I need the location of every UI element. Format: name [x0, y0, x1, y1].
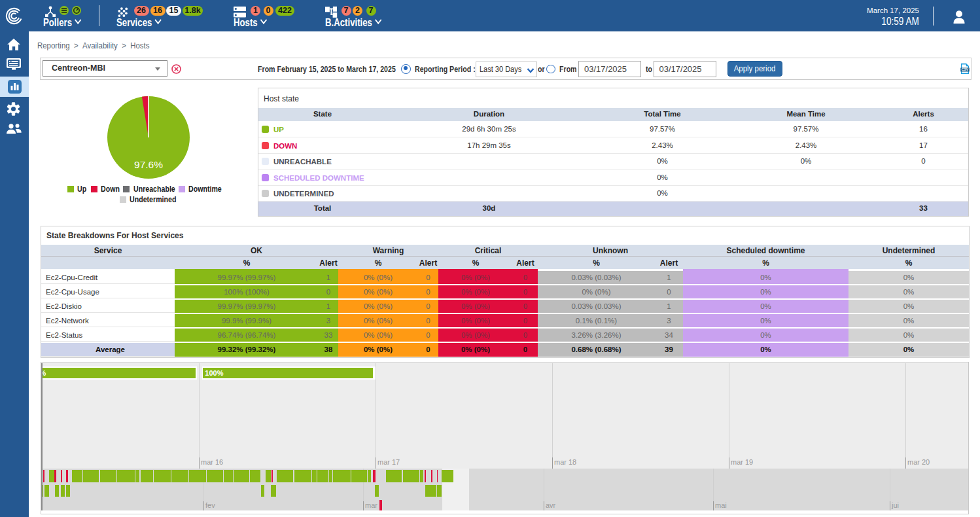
svg-text:CSV: CSV	[962, 67, 969, 71]
svg-text:97.6%: 97.6%	[134, 159, 163, 170]
